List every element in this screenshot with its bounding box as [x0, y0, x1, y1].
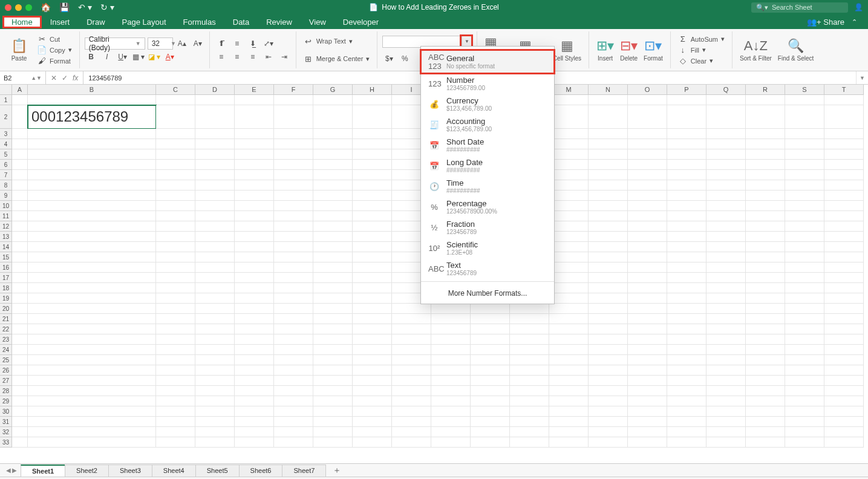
cell-O17[interactable] — [628, 273, 667, 283]
cell-P26[interactable] — [667, 365, 706, 376]
cell-H22[interactable] — [353, 324, 392, 334]
cell-A15[interactable] — [12, 252, 28, 262]
number-format-dropdown-arrow[interactable]: ▼ — [462, 36, 471, 47]
tab-data[interactable]: Data — [224, 16, 258, 28]
cell-B21[interactable] — [28, 314, 156, 324]
maximize-window[interactable] — [25, 4, 32, 11]
cell-R19[interactable] — [746, 293, 785, 304]
cell-A12[interactable] — [12, 221, 28, 232]
row-header-23[interactable]: 23 — [0, 334, 12, 345]
cell-F19[interactable] — [274, 293, 313, 304]
row-header-26[interactable]: 26 — [0, 365, 12, 376]
cell-P22[interactable] — [667, 324, 706, 334]
col-header-T[interactable]: T — [824, 85, 864, 95]
cell-Q19[interactable] — [706, 293, 746, 304]
cell-I30[interactable] — [392, 406, 431, 417]
cell-R11[interactable] — [746, 211, 785, 221]
clear-button[interactable]: ◇Clear ▾ — [676, 56, 727, 66]
cell-F29[interactable] — [274, 396, 313, 406]
tab-home[interactable]: Home — [2, 16, 42, 28]
cell-L26[interactable] — [510, 365, 549, 376]
cell-B30[interactable] — [28, 406, 156, 417]
cell-A33[interactable] — [12, 437, 28, 448]
row-header-28[interactable]: 28 — [0, 386, 12, 396]
cell-R3[interactable] — [746, 129, 785, 139]
cell-C9[interactable] — [156, 191, 195, 201]
cell-F9[interactable] — [274, 191, 313, 201]
cell-S25[interactable] — [785, 355, 824, 365]
cell-B7[interactable] — [28, 170, 156, 180]
row-header-27[interactable]: 27 — [0, 376, 12, 386]
cell-T30[interactable] — [824, 406, 864, 417]
cell-F17[interactable] — [274, 273, 313, 283]
cell-T14[interactable] — [824, 242, 864, 252]
cell-H6[interactable] — [353, 160, 392, 170]
cell-E12[interactable] — [235, 221, 274, 232]
cell-H26[interactable] — [353, 365, 392, 376]
cell-C2[interactable] — [156, 105, 195, 129]
cell-C31[interactable] — [156, 417, 195, 427]
cell-C19[interactable] — [156, 293, 195, 304]
cell-Q21[interactable] — [706, 314, 746, 324]
cell-G10[interactable] — [313, 201, 353, 211]
cell-M23[interactable] — [549, 334, 589, 345]
cell-G19[interactable] — [313, 293, 353, 304]
cell-C16[interactable] — [156, 262, 195, 273]
cell-D29[interactable] — [195, 396, 235, 406]
cell-A29[interactable] — [12, 396, 28, 406]
cell-Q2[interactable] — [706, 105, 746, 129]
cell-O30[interactable] — [628, 406, 667, 417]
cell-M13[interactable] — [549, 232, 589, 242]
cell-Q26[interactable] — [706, 365, 746, 376]
cell-M7[interactable] — [549, 170, 589, 180]
cell-R32[interactable] — [746, 427, 785, 437]
cell-P29[interactable] — [667, 396, 706, 406]
cell-P23[interactable] — [667, 334, 706, 345]
cell-B24[interactable] — [28, 345, 156, 355]
cell-Q4[interactable] — [706, 139, 746, 149]
cell-T20[interactable] — [824, 304, 864, 314]
cell-N24[interactable] — [589, 345, 628, 355]
cell-E19[interactable] — [235, 293, 274, 304]
increase-indent-icon[interactable]: ⇥ — [278, 51, 291, 63]
cell-D6[interactable] — [195, 160, 235, 170]
cell-H18[interactable] — [353, 283, 392, 293]
cell-D18[interactable] — [195, 283, 235, 293]
format-option-general[interactable]: ABC 123GeneralNo specific format — [421, 50, 554, 73]
cell-Q8[interactable] — [706, 180, 746, 191]
cell-R4[interactable] — [746, 139, 785, 149]
row-header-7[interactable]: 7 — [0, 170, 12, 180]
cell-T18[interactable] — [824, 283, 864, 293]
cell-D31[interactable] — [195, 417, 235, 427]
cell-M26[interactable] — [549, 365, 589, 376]
cell-P9[interactable] — [667, 191, 706, 201]
cell-S26[interactable] — [785, 365, 824, 376]
cell-O5[interactable] — [628, 149, 667, 160]
row-header-3[interactable]: 3 — [0, 129, 12, 139]
cell-J33[interactable] — [431, 437, 471, 448]
cell-R1[interactable] — [746, 95, 785, 105]
cell-M29[interactable] — [549, 396, 589, 406]
row-header-4[interactable]: 4 — [0, 139, 12, 149]
cell-F13[interactable] — [274, 232, 313, 242]
col-header-G[interactable]: G — [313, 85, 353, 95]
cell-E10[interactable] — [235, 201, 274, 211]
cell-J32[interactable] — [431, 427, 471, 437]
cell-G2[interactable] — [313, 105, 353, 129]
cell-T3[interactable] — [824, 129, 864, 139]
fill-button[interactable]: ↓Fill ▾ — [676, 45, 727, 55]
insert-cells-button[interactable]: ⊞▾Insert — [594, 38, 616, 62]
cell-N8[interactable] — [589, 180, 628, 191]
cell-O1[interactable] — [628, 95, 667, 105]
sheet-tab-sheet5[interactable]: Sheet5 — [195, 464, 240, 477]
cell-R21[interactable] — [746, 314, 785, 324]
cell-A32[interactable] — [12, 427, 28, 437]
tab-draw[interactable]: Draw — [78, 16, 113, 28]
cell-D19[interactable] — [195, 293, 235, 304]
cell-T28[interactable] — [824, 386, 864, 396]
cell-B15[interactable] — [28, 252, 156, 262]
cell-D33[interactable] — [195, 437, 235, 448]
cell-K31[interactable] — [471, 417, 510, 427]
cell-C27[interactable] — [156, 376, 195, 386]
cell-F3[interactable] — [274, 129, 313, 139]
